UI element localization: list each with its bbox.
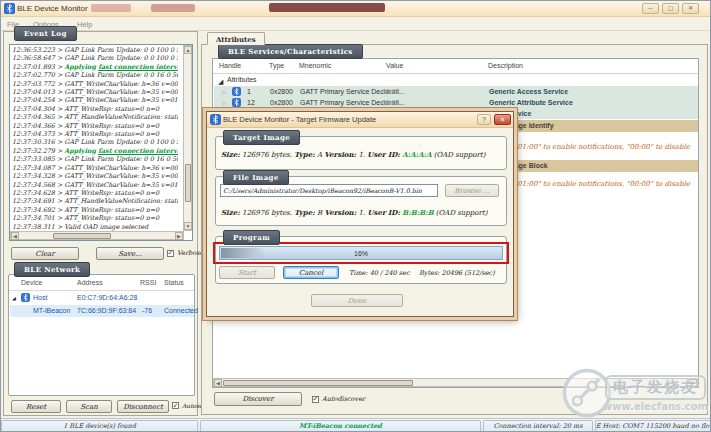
services-group-label: BLE Services/Characteristics: [218, 44, 363, 59]
log-line: 12:37:34.087 > GATT_WriteCharValue: h=36…: [12, 164, 178, 172]
time-text: Time: 40 / 240 sec: [349, 269, 410, 277]
ble-device-monitor-window: BLE Device Monitor ─ ▢ ✕ File Options He…: [0, 0, 711, 432]
tree-root-label: Attributes: [227, 76, 257, 83]
service-row[interactable]: ▷10x2800GATT Primary Service Declarati..…: [214, 86, 698, 97]
discover-button[interactable]: Discover: [214, 392, 302, 406]
cancel-button[interactable]: Cancel: [283, 266, 339, 279]
cell-value: 00:18: [382, 88, 400, 95]
col-status: Status: [164, 279, 184, 286]
scroll-right-icon[interactable]: ▶: [689, 379, 697, 387]
status-connection: MT-iBeacon connected: [200, 420, 481, 432]
log-line: 12:37:34.691 > ATT_HandleValueNotificati…: [12, 197, 178, 205]
services-hscrollbar[interactable]: ◀ ▶: [213, 378, 698, 387]
col-description: Description: [488, 62, 523, 69]
help-button[interactable]: ?: [477, 114, 491, 125]
disconnect-button[interactable]: Disconnect: [117, 400, 169, 413]
col-type: Type: [269, 62, 284, 69]
tab-attributes[interactable]: Attributes: [207, 32, 265, 45]
log-hscroll-thumb[interactable]: [53, 233, 111, 239]
log-vscroll-thumb[interactable]: [185, 164, 191, 202]
device-mt-ibeacon[interactable]: MT-iBeacon: [33, 307, 70, 314]
event-log-group-label: Event Log: [14, 26, 77, 41]
log-line: 12:37:04.254 > GATT_WriteCharValue: h=35…: [12, 96, 178, 104]
menu-help[interactable]: Help: [77, 20, 92, 29]
cell-handle: 12: [247, 99, 255, 106]
cell-description: Generic Attribute Service: [489, 99, 573, 106]
done-button[interactable]: Done: [311, 294, 403, 307]
status-host: BLE Host: COM7 115200 baud no flowc.: [595, 420, 711, 432]
note-text: "01:00" to enable notifications, "00:00"…: [514, 143, 690, 151]
dialog-title: BLE Device Monitor - Target Firmware Upd…: [223, 115, 376, 124]
device-host[interactable]: Host: [33, 294, 47, 301]
ble-network-table: Device Address RSSI Status ◢ Host E0:C7:…: [8, 274, 195, 396]
firmware-update-dialog: BLE Device Monitor - Target Firmware Upd…: [206, 111, 514, 317]
log-line: 12:37:32.279 > Applying fast connection …: [12, 147, 178, 155]
start-button[interactable]: Start: [219, 266, 275, 279]
dialog-title-bar[interactable]: BLE Device Monitor - Target Firmware Upd…: [207, 112, 513, 128]
status-devices-found: 1 BLE device(s) found: [1, 420, 198, 432]
beacon-status: Connected: [164, 307, 198, 314]
cell-value: 01:18: [382, 99, 400, 106]
expand-arrow-icon[interactable]: ▷: [222, 89, 226, 95]
expand-arrow-icon[interactable]: ◢: [218, 78, 223, 86]
browse-button[interactable]: Browse ...: [445, 184, 499, 197]
progress-bar: 16%: [219, 246, 503, 260]
expand-arrow-icon[interactable]: ◢: [12, 295, 16, 301]
bluetooth-icon: [210, 114, 221, 125]
file-path-input[interactable]: C:/Users/Administrator/Desktop/iBeacon92…: [220, 184, 438, 197]
log-hscrollbar[interactable]: ◀ ▶: [10, 231, 184, 240]
bluetooth-icon: [232, 87, 241, 97]
col-address: Address: [77, 279, 103, 286]
verbose-checkbox[interactable]: ✓ Verbose: [167, 249, 203, 257]
checkbox-check-icon: ✓: [172, 402, 179, 409]
reset-button[interactable]: Reset: [11, 400, 61, 413]
scan-button[interactable]: Scan: [66, 400, 112, 413]
cell-description: Generic Access Service: [489, 88, 568, 95]
log-line: 12:37:38.311 > Valid OAD image selected: [12, 223, 178, 231]
col-device: Device: [21, 279, 42, 286]
log-line: 12:37:34.692 > ATT_WriteRsp: status=0 n=…: [12, 206, 178, 214]
col-rssi: RSSI: [140, 279, 156, 286]
log-line: 12:37:30.316 > GAP Link Parm Update: 0 0…: [12, 138, 178, 146]
scroll-down-icon[interactable]: ▼: [184, 222, 192, 230]
scroll-left-icon[interactable]: ◀: [11, 232, 19, 240]
host-address: E0:C7:9D:64:A6:28: [77, 294, 137, 301]
beacon-address: 7C:66:9D:9F:63:84: [77, 307, 136, 314]
close-button[interactable]: ✕: [682, 3, 699, 14]
maximize-button[interactable]: ▢: [662, 3, 679, 14]
verbose-label: Verbose: [177, 249, 203, 257]
log-line: 12:37:01.893 > Applying fast connection …: [12, 63, 178, 71]
redaction-blob: [151, 4, 195, 12]
title-bar[interactable]: BLE Device Monitor ─ ▢ ✕: [1, 1, 711, 17]
checkbox-check-icon: ✓: [312, 396, 319, 403]
ble-network-group-label: BLE Network: [14, 262, 90, 277]
log-line: 12:37:04.365 > ATT_HandleValueNotificati…: [12, 113, 178, 121]
services-hscroll-thumb[interactable]: [223, 380, 413, 386]
log-line: 12:37:34.328 > GATT_WriteCharValue: h=35…: [12, 172, 178, 180]
cell-type: 0x2800: [270, 99, 293, 106]
service-row[interactable]: ▷120x2800GATT Primary Service Declarati.…: [214, 97, 698, 108]
bluetooth-icon: [21, 293, 30, 302]
log-vscrollbar[interactable]: ▲ ▼: [183, 45, 192, 231]
scroll-up-icon[interactable]: ▲: [184, 46, 192, 54]
expand-arrow-icon[interactable]: ▷: [222, 100, 226, 106]
col-handle: Handle: [219, 62, 241, 69]
log-line: 12:37:34.568 > GATT_WriteCharValue: h=35…: [12, 181, 178, 189]
redaction-blob: [91, 4, 131, 12]
note-text: "01:00" to enable notifications, "00:00"…: [514, 180, 690, 188]
log-line: 12:36:58.647 > GAP Link Parm Update: 0 0…: [12, 54, 178, 62]
cell-type: 0x2800: [270, 88, 293, 95]
clear-button[interactable]: Clear: [11, 247, 79, 260]
autodiscover-checkbox[interactable]: ✓ Autodiscover: [312, 395, 365, 403]
bytes-text: Bytes: 20496 (512/sec): [419, 269, 495, 277]
log-line: 12:37:03.772 > GATT_WriteCharValue: h=36…: [12, 80, 178, 88]
log-line: 12:37:33.085 > GAP Link Parm Update: 0 0…: [12, 155, 178, 163]
header-divider: [9, 290, 194, 291]
tree-root-row[interactable]: ◢Attributes: [214, 75, 698, 86]
scroll-left-icon[interactable]: ◀: [214, 379, 222, 387]
minimize-button[interactable]: ─: [642, 3, 659, 14]
menu-bar: File Options Help: [1, 18, 711, 31]
dialog-close-button[interactable]: ✕: [494, 114, 511, 125]
scroll-right-icon[interactable]: ▶: [175, 232, 183, 240]
save-button[interactable]: Save...: [96, 247, 164, 260]
